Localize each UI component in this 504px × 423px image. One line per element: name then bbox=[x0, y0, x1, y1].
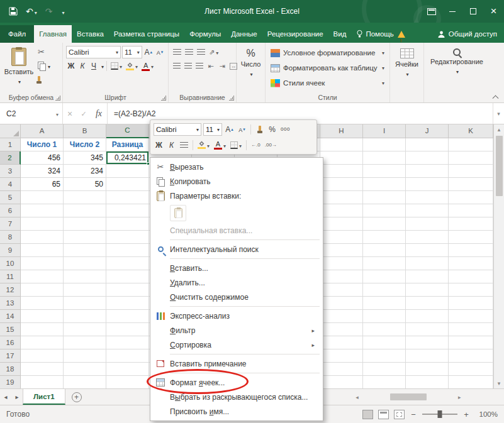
number-format-button[interactable]: % Число bbox=[238, 45, 264, 92]
paste-option-button[interactable] bbox=[170, 205, 186, 221]
cell-J1[interactable] bbox=[406, 138, 449, 151]
cell-B3[interactable]: 234 bbox=[64, 165, 106, 178]
menu-item-quick-analysis[interactable]: Экспресс-анализ bbox=[151, 309, 322, 323]
cell-B2[interactable]: 345 bbox=[64, 151, 106, 165]
decrease-indent-button[interactable] bbox=[206, 60, 216, 72]
cell-K18[interactable] bbox=[449, 363, 493, 376]
copy-button[interactable] bbox=[38, 61, 50, 70]
cell-K15[interactable] bbox=[449, 323, 493, 336]
tab-page-layout[interactable]: Разметка страницы bbox=[109, 25, 184, 43]
cell-B7[interactable] bbox=[64, 217, 106, 231]
row-header-13[interactable]: 13 bbox=[0, 297, 21, 310]
orientation-button[interactable] bbox=[208, 46, 220, 58]
menu-item-copy[interactable]: Копировать bbox=[151, 174, 322, 189]
column-header-C[interactable]: C bbox=[106, 124, 149, 138]
row-header-12[interactable]: 12 bbox=[0, 283, 21, 297]
cell-C19[interactable] bbox=[106, 376, 149, 388]
mini-fill-color-button[interactable] bbox=[196, 139, 211, 151]
cell-H13[interactable] bbox=[320, 297, 363, 310]
cell-C1[interactable]: Разница bbox=[106, 138, 149, 151]
tab-help[interactable]: Помощь bbox=[351, 25, 410, 43]
cell-B6[interactable] bbox=[64, 204, 106, 217]
row-header-8[interactable]: 8 bbox=[0, 231, 21, 244]
cell-C17[interactable] bbox=[106, 349, 149, 363]
ribbon-display-options-button[interactable] bbox=[421, 0, 442, 23]
cell-A18[interactable] bbox=[21, 363, 64, 376]
cell-I4[interactable] bbox=[363, 178, 406, 191]
tab-view[interactable]: Вид bbox=[328, 25, 352, 43]
cell-A19[interactable] bbox=[21, 376, 64, 388]
save-button[interactable] bbox=[9, 7, 18, 16]
column-header-H[interactable]: H bbox=[320, 124, 363, 138]
cell-H8[interactable] bbox=[320, 231, 363, 244]
cell-H5[interactable] bbox=[320, 191, 363, 204]
column-header-B[interactable]: B bbox=[64, 124, 106, 138]
cell-B9[interactable] bbox=[64, 244, 106, 257]
row-header-17[interactable]: 17 bbox=[0, 349, 21, 363]
cell-I16[interactable] bbox=[363, 336, 406, 349]
enter-button[interactable] bbox=[77, 109, 91, 118]
cell-C7[interactable] bbox=[106, 217, 149, 231]
scroll-right-arrow-icon[interactable] bbox=[428, 392, 491, 402]
cell-B5[interactable] bbox=[64, 191, 106, 204]
cell-J17[interactable] bbox=[406, 349, 449, 363]
tab-review[interactable]: Рецензирование bbox=[262, 25, 328, 43]
cell-A1[interactable]: Число 1 bbox=[21, 138, 64, 151]
menu-item-sort[interactable]: Сортировка bbox=[151, 338, 322, 352]
cell-A8[interactable] bbox=[21, 231, 64, 244]
cell-H15[interactable] bbox=[320, 323, 363, 336]
cell-K3[interactable] bbox=[449, 165, 493, 178]
bold-button[interactable]: Ж bbox=[66, 60, 76, 72]
shrink-font-button[interactable]: ▾ bbox=[155, 46, 165, 58]
zoom-slider-thumb[interactable] bbox=[438, 410, 442, 418]
cell-J16[interactable] bbox=[406, 336, 449, 349]
dialog-launcher-icon[interactable] bbox=[161, 96, 166, 101]
zoom-slider[interactable] bbox=[422, 414, 457, 415]
cell-A16[interactable] bbox=[21, 336, 64, 349]
cell-H19[interactable] bbox=[320, 376, 363, 388]
cell-I18[interactable] bbox=[363, 363, 406, 376]
cell-C10[interactable] bbox=[106, 257, 149, 270]
cell-J14[interactable] bbox=[406, 310, 449, 323]
align-center-button[interactable] bbox=[183, 60, 193, 72]
cell-H4[interactable] bbox=[320, 178, 363, 191]
cell-J7[interactable] bbox=[406, 217, 449, 231]
cell-C18[interactable] bbox=[106, 363, 149, 376]
cell-A9[interactable] bbox=[21, 244, 64, 257]
cell-C2[interactable]: 0,243421 bbox=[106, 151, 149, 165]
row-header-7[interactable]: 7 bbox=[0, 217, 21, 231]
cut-button[interactable] bbox=[38, 47, 50, 57]
cell-J18[interactable] bbox=[406, 363, 449, 376]
cell-K8[interactable] bbox=[449, 231, 493, 244]
column-header-A[interactable]: A bbox=[21, 124, 64, 138]
cell-I17[interactable] bbox=[363, 349, 406, 363]
menu-item-paste-special[interactable]: Специальная вставка... bbox=[151, 223, 322, 238]
paste-button[interactable]: Вставить bbox=[3, 45, 35, 91]
formula-bar-expand-button[interactable] bbox=[493, 103, 504, 124]
collapse-ribbon-button[interactable] bbox=[490, 92, 500, 100]
format-painter-button[interactable] bbox=[38, 75, 50, 84]
font-size-select[interactable]: 11 bbox=[122, 46, 142, 58]
mini-font-name-select[interactable]: Calibri bbox=[154, 123, 201, 136]
scroll-left-arrow-icon[interactable] bbox=[325, 392, 389, 402]
cell-C6[interactable] bbox=[106, 204, 149, 217]
cell-J12[interactable] bbox=[406, 283, 449, 297]
row-header-9[interactable]: 9 bbox=[0, 244, 21, 257]
cell-C16[interactable] bbox=[106, 336, 149, 349]
menu-item-paste-options[interactable]: Параметры вставки: bbox=[151, 189, 322, 203]
row-header-2[interactable]: 2 bbox=[0, 151, 21, 165]
menu-item-insert-comment[interactable]: Вставить примечание bbox=[151, 356, 322, 371]
cell-I12[interactable] bbox=[363, 283, 406, 297]
cell-C9[interactable] bbox=[106, 244, 149, 257]
cell-A13[interactable] bbox=[21, 297, 64, 310]
menu-item-filter[interactable]: Фильтр bbox=[151, 323, 322, 338]
mini-font-color-button[interactable] bbox=[213, 139, 227, 151]
cell-K11[interactable] bbox=[449, 270, 493, 283]
undo-button[interactable] bbox=[26, 7, 37, 16]
menu-item-clear-contents[interactable]: Очистить содержимое bbox=[151, 290, 322, 304]
horizontal-scroll-thumb[interactable] bbox=[390, 393, 427, 400]
row-header-16[interactable]: 16 bbox=[0, 336, 21, 349]
sheet-nav-right-icon[interactable] bbox=[11, 393, 23, 400]
cell-J10[interactable] bbox=[406, 257, 449, 270]
cell-C15[interactable] bbox=[106, 323, 149, 336]
